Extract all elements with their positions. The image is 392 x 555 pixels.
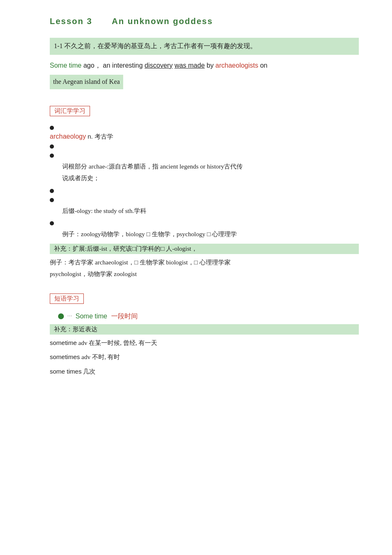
some-times-cn: 几次 (83, 368, 95, 375)
root-note-suffix: 说或者历史； (62, 175, 100, 181)
on-text: on (260, 62, 268, 69)
circle-bullet (58, 313, 64, 319)
example1-text: 例子：zoology动物学，biology □ 生物学，psychology □… (62, 231, 237, 237)
phrase-box-label[interactable]: 短语学习 (50, 293, 84, 304)
sometime-cn: 在某一时候, 曾经, 有一天 (89, 340, 157, 346)
lesson-title: Lesson 3 An unknown goddess (50, 17, 359, 26)
vocab-pos: n. (88, 133, 93, 140)
example2-text: 例子：考古学家 archaeologist，□ 生物学家 biologist，□… (50, 259, 231, 266)
buzhong-2: 补充：形近表达 (50, 324, 359, 335)
example2: 例子：考古学家 archaeologist，□ 生物学家 biologist，□… (50, 257, 359, 280)
buzhong-1: 补充：扩展:后缀-ist，研究该□门学科的□ 人-ologist， (50, 244, 359, 254)
form-some-times: some times 几次 (50, 366, 359, 378)
vocab-cn: 考古学 (95, 133, 113, 140)
bullet-dot-2 (50, 144, 54, 149)
some-time-text: Some time (50, 62, 81, 69)
sometimes-cn: 不时, 有时 (92, 354, 120, 360)
some-time-line: ··· Some time 一段时间 (58, 312, 359, 321)
bullet-dot-3 (50, 154, 54, 158)
lesson-title-text: An unknown goddess (112, 17, 213, 26)
bullet-item-2 (50, 142, 359, 150)
some-time-cn: 一段时间 (111, 312, 138, 321)
discovery-text: discovery (145, 62, 173, 69)
dash-separator: ··· (67, 313, 72, 320)
bullet-item-3 (50, 152, 359, 159)
bullet-dot-1 (50, 126, 54, 130)
sometime-en: sometime (50, 339, 77, 346)
example2-text2: psychologist，动物学家 zoologist (50, 271, 137, 277)
form-sometimes: sometimes adv 不时, 有时 (50, 351, 359, 363)
was-made-text: was made (175, 62, 205, 69)
bullet-item-5 (50, 196, 359, 203)
form-sometime: sometime adv 在某一时候, 曾经, 有一天 (50, 337, 359, 349)
english-line-2: the Aegean island of Kea (50, 75, 359, 93)
bullet-list-3 (50, 219, 359, 227)
some-time-en: Some time (75, 313, 107, 320)
root-note-text: 词根部分 archae-:源自古希腊语，指 ancient legends or… (62, 163, 243, 170)
buzhong-1-text: 补充：扩展:后缀-ist，研究该□门学科的□ 人-ologist， (54, 245, 197, 252)
bullet-item-6 (50, 219, 359, 227)
ago-text: ago， (83, 62, 101, 69)
by-text: by (207, 62, 215, 69)
bullet-dot-5 (50, 198, 54, 202)
bullet-dot-4 (50, 189, 54, 193)
some-times-en: some times (50, 368, 82, 375)
vocab-list: archaeology n. 考古学 (50, 124, 359, 159)
suffix-note-text: 后缀-ology: the study of sth.学科 (62, 208, 146, 214)
sometimes-en: sometimes (50, 353, 80, 360)
chinese-sentence: 1-1 不久之前，在爱琴海的基亚岛上，考古工作者有一项有趣的发现。 (50, 38, 359, 55)
example1: 例子：zoology动物学，biology □ 生物学，psychology □… (50, 228, 359, 240)
an-interesting-text: an interesting (103, 62, 143, 69)
bullet-item-1 (50, 124, 359, 131)
bullet-item-4 (50, 187, 359, 194)
lesson-number: Lesson 3 (50, 17, 93, 26)
bullet-list-2 (50, 187, 359, 203)
vocab-box-label[interactable]: 词汇学学习 (50, 106, 90, 116)
root-note: 词根部分 archae-:源自古希腊语，指 ancient legends or… (50, 161, 359, 184)
sometimes-pos: adv (81, 354, 90, 360)
archaeologists-text: archaeologists (215, 62, 258, 69)
suffix-note: 后缀-ology: the study of sth.学科 (50, 205, 359, 217)
bullet-dot-6 (50, 221, 54, 225)
sometime-pos: adv (78, 340, 88, 346)
vocab-archaeology: archaeology n. 考古学 (50, 133, 359, 141)
english-line-1: Some time ago， an interesting discovery … (50, 59, 359, 72)
vocab-term: archaeology (50, 133, 86, 140)
kea-phrase: the Aegean island of Kea (50, 75, 123, 89)
buzhong-2-text: 补充：形近表达 (54, 326, 97, 333)
